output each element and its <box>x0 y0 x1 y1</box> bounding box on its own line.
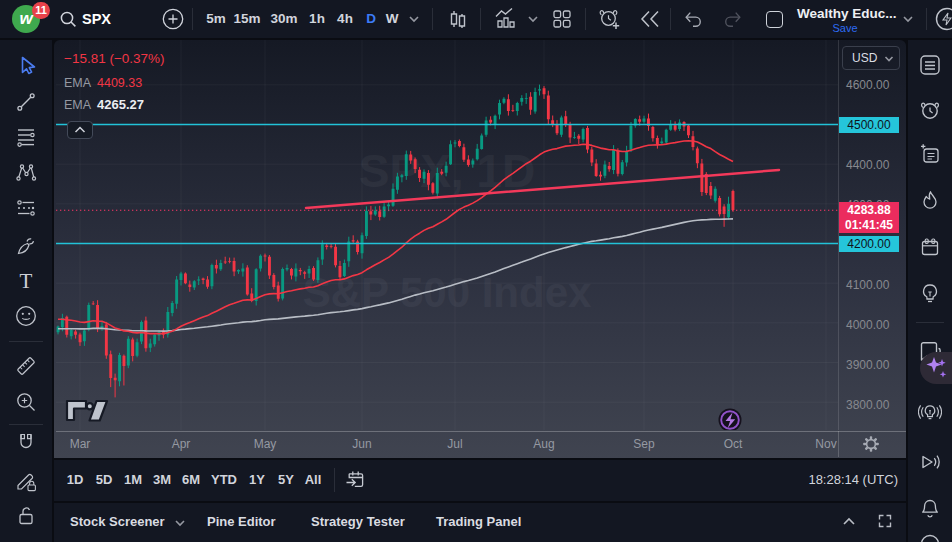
svg-text:S&P 500 Index: S&P 500 Index <box>303 269 592 316</box>
